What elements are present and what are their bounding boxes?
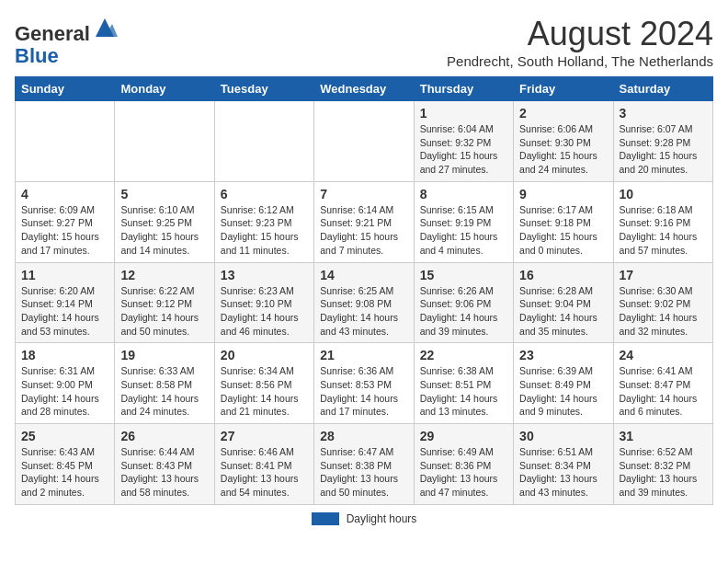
day-number: 29 (420, 429, 507, 443)
day-cell: 12Sunrise: 6:22 AM Sunset: 9:12 PM Dayli… (115, 262, 214, 343)
day-info: Sunrise: 6:30 AM Sunset: 9:02 PM Dayligh… (620, 284, 707, 339)
day-cell: 29Sunrise: 6:49 AM Sunset: 8:36 PM Dayli… (414, 424, 513, 505)
day-info: Sunrise: 6:41 AM Sunset: 8:47 PM Dayligh… (620, 364, 707, 419)
day-info: Sunrise: 6:46 AM Sunset: 8:41 PM Dayligh… (221, 445, 308, 500)
day-cell: 21Sunrise: 6:36 AM Sunset: 8:53 PM Dayli… (314, 343, 414, 424)
logo-general: General (15, 22, 90, 45)
day-cell: 30Sunrise: 6:51 AM Sunset: 8:34 PM Dayli… (514, 424, 613, 505)
day-number: 19 (120, 348, 208, 362)
day-info: Sunrise: 6:12 AM Sunset: 9:23 PM Dayligh… (221, 203, 308, 258)
day-cell: 2Sunrise: 6:06 AM Sunset: 9:30 PM Daylig… (514, 101, 613, 182)
day-info: Sunrise: 6:38 AM Sunset: 8:51 PM Dayligh… (420, 364, 507, 419)
day-number: 3 (620, 106, 707, 121)
calendar-table: SundayMondayTuesdayWednesdayThursdayFrid… (15, 76, 713, 505)
col-header-saturday: Saturday (613, 77, 712, 101)
day-number: 11 (21, 268, 108, 282)
day-info: Sunrise: 6:10 AM Sunset: 9:25 PM Dayligh… (120, 203, 208, 258)
logo: General Blue (15, 15, 118, 67)
col-header-tuesday: Tuesday (214, 77, 313, 101)
legend-box (312, 512, 339, 525)
day-info: Sunrise: 6:17 AM Sunset: 9:18 PM Dayligh… (519, 203, 607, 258)
day-cell: 17Sunrise: 6:30 AM Sunset: 9:02 PM Dayli… (613, 262, 712, 343)
day-cell: 14Sunrise: 6:25 AM Sunset: 9:08 PM Dayli… (314, 262, 414, 343)
day-number: 17 (620, 268, 707, 282)
day-info: Sunrise: 6:31 AM Sunset: 9:00 PM Dayligh… (21, 364, 108, 419)
day-number: 4 (21, 187, 108, 201)
day-cell: 25Sunrise: 6:43 AM Sunset: 8:45 PM Dayli… (16, 424, 115, 505)
day-number: 22 (420, 348, 507, 362)
day-info: Sunrise: 6:18 AM Sunset: 9:16 PM Dayligh… (620, 203, 707, 258)
day-info: Sunrise: 6:43 AM Sunset: 8:45 PM Dayligh… (21, 445, 108, 500)
day-number: 18 (21, 348, 108, 362)
week-row-2: 4Sunrise: 6:09 AM Sunset: 9:27 PM Daylig… (16, 181, 713, 262)
day-cell: 6Sunrise: 6:12 AM Sunset: 9:23 PM Daylig… (214, 181, 313, 262)
day-cell: 10Sunrise: 6:18 AM Sunset: 9:16 PM Dayli… (613, 181, 712, 262)
day-info: Sunrise: 6:09 AM Sunset: 9:27 PM Dayligh… (21, 203, 108, 258)
col-header-wednesday: Wednesday (314, 77, 414, 101)
col-header-thursday: Thursday (414, 77, 513, 101)
day-number: 10 (620, 187, 707, 201)
day-cell: 4Sunrise: 6:09 AM Sunset: 9:27 PM Daylig… (16, 181, 115, 262)
day-number: 21 (320, 348, 407, 362)
day-cell: 1Sunrise: 6:04 AM Sunset: 9:32 PM Daylig… (414, 101, 513, 182)
day-cell: 3Sunrise: 6:07 AM Sunset: 9:28 PM Daylig… (613, 101, 712, 182)
day-number: 30 (519, 429, 607, 443)
day-number: 6 (221, 187, 308, 201)
day-info: Sunrise: 6:14 AM Sunset: 9:21 PM Dayligh… (320, 203, 407, 258)
day-info: Sunrise: 6:44 AM Sunset: 8:43 PM Dayligh… (120, 445, 208, 500)
day-cell: 13Sunrise: 6:23 AM Sunset: 9:10 PM Dayli… (214, 262, 313, 343)
day-info: Sunrise: 6:33 AM Sunset: 8:58 PM Dayligh… (120, 364, 208, 419)
day-cell: 28Sunrise: 6:47 AM Sunset: 8:38 PM Dayli… (314, 424, 414, 505)
day-cell: 26Sunrise: 6:44 AM Sunset: 8:43 PM Dayli… (115, 424, 214, 505)
day-number: 1 (420, 106, 507, 121)
day-cell: 7Sunrise: 6:14 AM Sunset: 9:21 PM Daylig… (314, 181, 414, 262)
day-cell: 16Sunrise: 6:28 AM Sunset: 9:04 PM Dayli… (514, 262, 613, 343)
day-number: 24 (620, 348, 707, 362)
day-cell: 20Sunrise: 6:34 AM Sunset: 8:56 PM Dayli… (214, 343, 313, 424)
day-cell (115, 101, 214, 182)
day-info: Sunrise: 6:20 AM Sunset: 9:14 PM Dayligh… (21, 284, 108, 339)
day-cell (214, 101, 313, 182)
day-cell: 9Sunrise: 6:17 AM Sunset: 9:18 PM Daylig… (514, 181, 613, 262)
day-info: Sunrise: 6:47 AM Sunset: 8:38 PM Dayligh… (320, 445, 407, 500)
day-number: 31 (620, 429, 707, 443)
legend: Daylight hours (15, 512, 713, 525)
day-number: 23 (519, 348, 607, 362)
day-number: 2 (519, 106, 607, 121)
day-info: Sunrise: 6:28 AM Sunset: 9:04 PM Dayligh… (519, 284, 607, 339)
day-info: Sunrise: 6:34 AM Sunset: 8:56 PM Dayligh… (221, 364, 308, 419)
day-cell: 31Sunrise: 6:52 AM Sunset: 8:32 PM Dayli… (613, 424, 712, 505)
day-info: Sunrise: 6:49 AM Sunset: 8:36 PM Dayligh… (420, 445, 507, 500)
day-number: 5 (120, 187, 208, 201)
day-number: 28 (320, 429, 407, 443)
day-cell: 5Sunrise: 6:10 AM Sunset: 9:25 PM Daylig… (115, 181, 214, 262)
day-info: Sunrise: 6:52 AM Sunset: 8:32 PM Dayligh… (620, 445, 707, 500)
header-row: SundayMondayTuesdayWednesdayThursdayFrid… (16, 77, 713, 101)
day-number: 16 (519, 268, 607, 282)
day-number: 14 (320, 268, 407, 282)
day-info: Sunrise: 6:26 AM Sunset: 9:06 PM Dayligh… (420, 284, 507, 339)
title-area: August 2024 Pendrecht, South Holland, Th… (447, 15, 713, 69)
day-cell: 22Sunrise: 6:38 AM Sunset: 8:51 PM Dayli… (414, 343, 513, 424)
day-info: Sunrise: 6:23 AM Sunset: 9:10 PM Dayligh… (221, 284, 308, 339)
day-cell: 27Sunrise: 6:46 AM Sunset: 8:41 PM Dayli… (214, 424, 313, 505)
week-row-5: 25Sunrise: 6:43 AM Sunset: 8:45 PM Dayli… (16, 424, 713, 505)
month-title: August 2024 (447, 15, 713, 53)
day-info: Sunrise: 6:25 AM Sunset: 9:08 PM Dayligh… (320, 284, 407, 339)
col-header-monday: Monday (115, 77, 214, 101)
page-header: General Blue August 2024 Pendrecht, Sout… (15, 15, 713, 69)
legend-label: Daylight hours (347, 512, 417, 525)
day-cell: 15Sunrise: 6:26 AM Sunset: 9:06 PM Dayli… (414, 262, 513, 343)
day-number: 27 (221, 429, 308, 443)
day-number: 25 (21, 429, 108, 443)
week-row-4: 18Sunrise: 6:31 AM Sunset: 9:00 PM Dayli… (16, 343, 713, 424)
day-cell (16, 101, 115, 182)
day-cell: 8Sunrise: 6:15 AM Sunset: 9:19 PM Daylig… (414, 181, 513, 262)
day-info: Sunrise: 6:06 AM Sunset: 9:30 PM Dayligh… (519, 122, 607, 177)
day-info: Sunrise: 6:22 AM Sunset: 9:12 PM Dayligh… (120, 284, 208, 339)
day-number: 15 (420, 268, 507, 282)
day-number: 12 (120, 268, 208, 282)
day-info: Sunrise: 6:15 AM Sunset: 9:19 PM Dayligh… (420, 203, 507, 258)
day-number: 8 (420, 187, 507, 201)
week-row-3: 11Sunrise: 6:20 AM Sunset: 9:14 PM Dayli… (16, 262, 713, 343)
